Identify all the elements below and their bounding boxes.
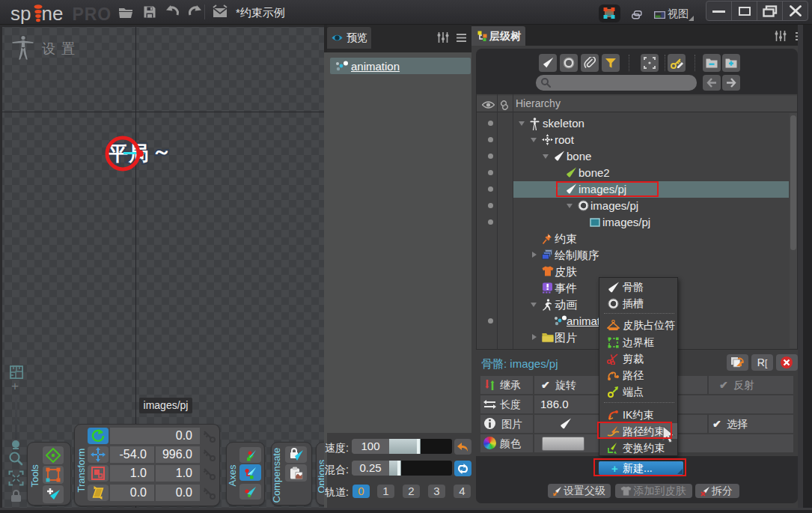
svg-text:～: ～ [152, 140, 171, 163]
